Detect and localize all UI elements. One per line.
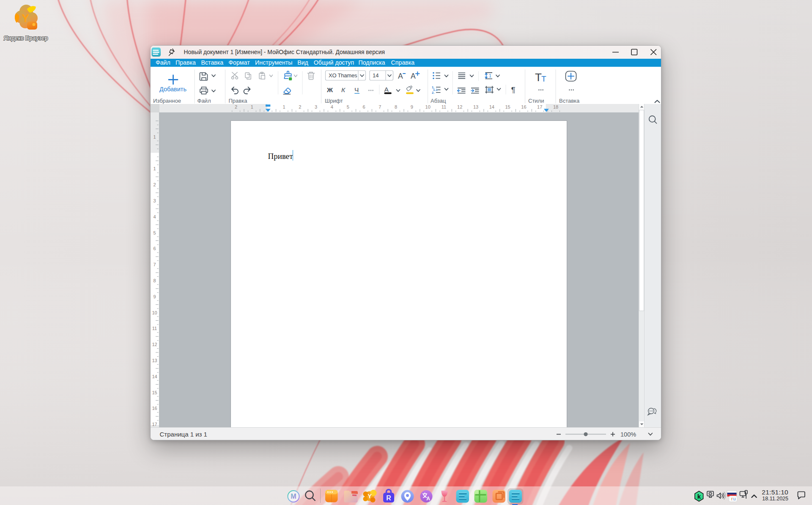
svg-text:1: 1 — [153, 134, 156, 139]
svg-text:R: R — [386, 494, 391, 502]
svg-text:A: A — [398, 71, 403, 80]
svg-text:¶: ¶ — [511, 85, 515, 94]
svg-text:Вставка: Вставка — [559, 98, 580, 104]
svg-text:T: T — [541, 74, 546, 83]
svg-text:7: 7 — [153, 262, 156, 267]
svg-text:2.: 2. — [432, 90, 434, 94]
svg-text:14: 14 — [373, 72, 379, 79]
svg-text:Яндекс Браузер: Яндекс Браузер — [4, 35, 48, 41]
svg-text:15: 15 — [505, 104, 510, 109]
svg-text:14: 14 — [489, 104, 494, 109]
svg-text:14: 14 — [152, 374, 157, 379]
svg-text:1: 1 — [489, 73, 491, 78]
svg-text:Файл: Файл — [197, 98, 211, 104]
svg-text:11: 11 — [442, 104, 446, 109]
svg-text:4: 4 — [153, 214, 156, 219]
svg-text:Y: Y — [22, 12, 29, 25]
svg-text:1: 1 — [251, 104, 253, 109]
svg-text:Ж: Ж — [326, 86, 333, 93]
svg-text:18: 18 — [553, 104, 558, 109]
svg-text:17: 17 — [152, 422, 157, 427]
svg-text:1: 1 — [283, 104, 285, 109]
svg-text:1: 1 — [153, 166, 156, 171]
svg-text:21:51:10: 21:51:10 — [762, 489, 788, 496]
svg-text:9: 9 — [411, 104, 413, 109]
svg-text:100%: 100% — [620, 431, 636, 438]
svg-text:10: 10 — [152, 310, 157, 315]
svg-text:M: M — [291, 493, 296, 500]
svg-text:9: 9 — [153, 294, 156, 299]
svg-text:11: 11 — [152, 326, 156, 331]
svg-text:16: 16 — [152, 406, 157, 411]
svg-text:6: 6 — [362, 104, 365, 109]
svg-text:13: 13 — [152, 358, 157, 363]
svg-text:10: 10 — [425, 104, 431, 109]
svg-text:Шрифт: Шрифт — [325, 98, 343, 104]
svg-text:r: r — [731, 496, 733, 501]
svg-text:A: A — [384, 85, 389, 93]
svg-text:15: 15 — [152, 390, 157, 395]
svg-text:A: A — [426, 496, 430, 502]
svg-text:12: 12 — [152, 342, 157, 347]
svg-text:Новый документ 1 [Изменен] - М: Новый документ 1 [Изменен] - МойОфис Ста… — [184, 49, 384, 55]
svg-text:3: 3 — [315, 104, 317, 109]
svg-text:2: 2 — [299, 104, 301, 109]
svg-text:18.11.2025: 18.11.2025 — [762, 496, 788, 502]
svg-text:Y: Y — [368, 492, 372, 500]
svg-text:6: 6 — [153, 246, 156, 251]
svg-text:Правка: Правка — [228, 98, 247, 104]
svg-text:Стили: Стили — [528, 98, 544, 104]
svg-text:8: 8 — [395, 104, 397, 109]
svg-text:13: 13 — [473, 104, 478, 109]
svg-text:16: 16 — [521, 104, 526, 109]
svg-text:12: 12 — [457, 104, 462, 109]
svg-text:2: 2 — [235, 104, 237, 109]
svg-text:Избранное: Избранное — [153, 98, 181, 104]
svg-text:5: 5 — [153, 230, 156, 235]
svg-text:17: 17 — [537, 104, 542, 109]
svg-text:5: 5 — [347, 104, 349, 109]
svg-text:8: 8 — [153, 278, 156, 283]
svg-text:T: T — [535, 71, 542, 83]
svg-text:4: 4 — [331, 104, 333, 109]
svg-text:Ч: Ч — [354, 86, 359, 93]
svg-text:2: 2 — [153, 182, 156, 187]
svg-text:Абзац: Абзац — [431, 98, 446, 104]
svg-text:К: К — [341, 86, 346, 93]
svg-text:u: u — [733, 496, 736, 501]
svg-text:7: 7 — [379, 104, 381, 109]
svg-text:k: k — [697, 493, 701, 500]
svg-text:A: A — [411, 71, 416, 80]
svg-text:3: 3 — [153, 198, 156, 203]
svg-text:XO Thames: XO Thames — [329, 72, 357, 79]
svg-text:Добавить: Добавить — [159, 86, 186, 93]
